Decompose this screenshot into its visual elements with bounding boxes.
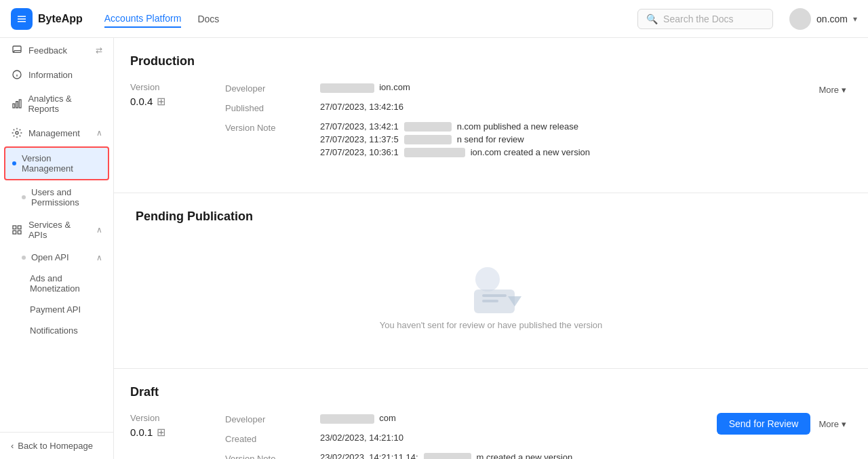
search-placeholder: Search the Docs [663,14,734,24]
svg-rect-9 [18,226,21,229]
draft-more-button[interactable]: More ▾ [818,416,846,432]
sidebar-ads-label: Ads and Monetization [30,273,102,294]
draft-created-value: 23/02/2023, 14:21:10 [320,433,403,443]
svg-rect-4 [13,104,15,108]
sidebar-footer: ‹ Back to Homepage [0,432,113,459]
top-nav: ByteApp Accounts Platform Docs 🔍 Search … [0,0,868,38]
sidebar-item-version-management[interactable]: Version Management [4,146,109,180]
information-icon [11,69,23,80]
draft-note-row: Version Note 23/02/2023, 14:21:11 14: m … [225,452,717,459]
production-developer-value: ion.com [320,82,410,93]
analytics-icon [11,98,22,109]
svg-point-7 [16,132,18,134]
production-fields-col: Developer ion.com Published 27/07/2023, … [225,82,818,165]
sidebar-item-payment-api[interactable]: Payment API [0,299,113,320]
sidebar-analytics-label: Analytics & Reports [28,94,102,114]
nav-docs[interactable]: Docs [197,11,219,27]
svg-rect-14 [482,294,507,297]
main-content: Production Version 0.0.4 ⊞ Developer [114,38,868,459]
users-permissions-dot [22,195,26,199]
pending-title: Pending Publication [136,209,846,224]
logo[interactable]: ByteApp [11,8,83,30]
draft-notes: 23/02/2023, 14:21:11 14: m created a new… [320,452,572,459]
sidebar-management-label: Management [28,128,80,138]
draft-title: Draft [130,385,846,399]
production-note-1: 27/07/2023, 11:37:5 n send for review [320,134,590,144]
open-api-dot [22,256,26,260]
send-for-review-button[interactable]: Send for Review [717,413,811,435]
sidebar-item-feedback[interactable]: Feedback ⇄ [0,38,113,62]
sidebar-notifications-label: Notifications [30,325,78,336]
svg-rect-11 [18,231,21,234]
sidebar-item-services-apis[interactable]: Services & APIs ∧ [0,213,113,247]
production-notes: 27/07/2023, 13:42:1 n.com published a ne… [320,121,590,157]
production-qr-icon[interactable]: ⊞ [157,95,165,108]
sidebar-item-management[interactable]: Management ∧ [0,121,113,145]
sidebar-users-permissions-label: Users and Permissions [31,187,102,207]
production-note-2: 27/07/2023, 10:36:1 ion.com created a ne… [320,147,590,157]
draft-version-label: Version [130,413,225,423]
production-developer-blur [320,83,374,93]
draft-created-label: Created [225,433,320,444]
pending-empty: You haven't sent for review or have publ… [136,237,846,352]
feedback-icon [11,45,23,56]
sidebar-item-ads-monetization[interactable]: Ads and Monetization [0,268,113,299]
svg-rect-6 [19,100,21,108]
user-chevron[interactable]: ▾ [853,14,857,24]
sidebar-item-users-permissions[interactable]: Users and Permissions [0,182,113,213]
search-icon: 🔍 [646,14,658,24]
body-layout: Feedback ⇄ Information Analytics & Repor… [0,38,868,459]
production-title: Production [130,54,846,68]
sidebar-item-analytics[interactable]: Analytics & Reports [0,87,113,121]
open-api-collapse-icon: ∧ [96,253,102,262]
management-collapse-icon: ∧ [96,128,102,138]
production-developer-label: Developer [225,82,320,94]
sidebar-services-label: Services & APIs [28,220,91,240]
draft-actions: Send for Review More ▾ [717,413,846,435]
svg-rect-15 [482,300,498,302]
sidebar-item-open-api[interactable]: Open API ∧ [0,247,113,268]
sidebar-item-notifications[interactable]: Notifications [0,320,113,341]
svg-point-12 [475,267,500,292]
draft-section: Draft Version 0.0.1 ⊞ Developer [114,369,868,459]
version-management-dot [12,161,16,165]
search-box[interactable]: 🔍 Search the Docs [637,9,773,29]
production-published-label: Published [225,102,320,113]
draft-developer-value: com [320,413,396,424]
draft-note-0: 23/02/2023, 14:21:11 14: m created a new… [320,452,572,459]
production-note-row: Version Note 27/07/2023, 13:42:1 n.com p… [225,121,818,157]
management-icon [11,127,23,138]
draft-version-value: 0.0.1 ⊞ [130,426,225,439]
svg-rect-8 [13,226,16,229]
draft-note-label: Version Note [225,452,320,459]
logo-text: ByteApp [38,13,83,25]
sidebar-information-label: Information [28,70,73,80]
production-developer-row: Developer ion.com [225,82,818,94]
sidebar-open-api-label: Open API [31,252,69,262]
back-icon: ‹ [11,441,14,451]
draft-developer-blur [320,414,374,424]
draft-version-col: Version 0.0.1 ⊞ [130,413,225,439]
production-version-label: Version [130,82,225,92]
draft-more-chevron: ▾ [842,419,846,429]
sidebar-item-information[interactable]: Information [0,62,113,87]
production-published-row: Published 27/07/2023, 13:42:16 [225,102,818,113]
sidebar: Feedback ⇄ Information Analytics & Repor… [0,38,114,459]
production-version-col: Version 0.0.4 ⊞ [130,82,225,108]
production-more-button[interactable]: More ▾ [818,82,846,98]
draft-qr-icon[interactable]: ⊞ [157,426,165,439]
nav-accounts-platform[interactable]: Accounts Platform [104,10,182,28]
user-badge: on.com ▾ [789,8,857,30]
user-domain: on.com [816,14,848,24]
production-published-value: 27/07/2023, 13:42:16 [320,102,403,112]
pending-section: Pending Publication You haven't sent for… [114,193,868,369]
services-icon [11,224,23,235]
user-avatar [789,8,811,30]
draft-developer-label: Developer [225,413,320,424]
back-to-homepage-link[interactable]: ‹ Back to Homepage [11,441,102,451]
sidebar-payment-label: Payment API [30,304,81,315]
logo-icon [11,8,33,30]
draft-developer-row: Developer com [225,413,717,424]
svg-rect-10 [13,231,16,234]
draft-created-row: Created 23/02/2023, 14:21:10 [225,433,717,444]
